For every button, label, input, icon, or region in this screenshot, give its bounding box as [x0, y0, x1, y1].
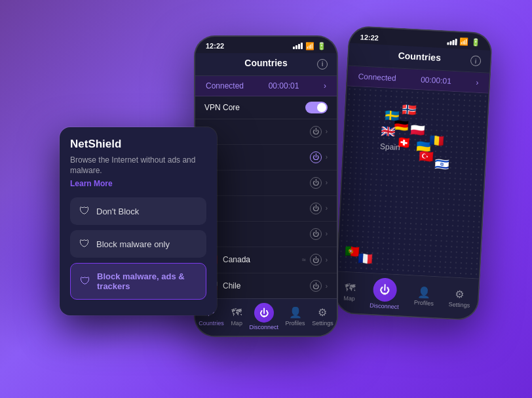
bottom-nav-back: 🗺 Map ⏻ Disconnect 👤 Profiles ⚙ Settings	[335, 271, 479, 319]
flag-pin-gb: 🇬🇧	[381, 124, 396, 139]
netshield-option-dont-block[interactable]: 🛡 Don't Block	[70, 197, 206, 225]
header-title-back: Countries	[398, 50, 441, 62]
status-time-mid: 12:22	[206, 42, 224, 50]
nav-disconnect-back[interactable]: ⏻ Disconnect	[370, 277, 400, 309]
wifi-icon: 📶	[459, 37, 469, 47]
chevron-3: ›	[326, 179, 328, 186]
chile-power[interactable]: ⏻	[310, 280, 322, 292]
option-label-malware-only: Block malware only	[96, 239, 170, 249]
nav-settings-back[interactable]: ⚙ Settings	[448, 287, 470, 308]
learn-more-link[interactable]: Learn More	[70, 179, 206, 188]
info-icon-mid[interactable]: i	[317, 59, 328, 70]
netshield-card: NetShield Browse the Internet without ad…	[60, 127, 217, 316]
disconnect-icon[interactable]: ⏻	[373, 277, 398, 302]
settings-icon: ⚙	[455, 287, 465, 300]
flag-pin-tr: 🇹🇷	[419, 149, 434, 164]
nav-settings-label: Settings	[448, 300, 470, 308]
nav-profiles-label: Profiles	[414, 298, 434, 306]
battery-icon: 🔋	[471, 38, 481, 47]
nav-profiles-mid[interactable]: 👤 Profiles	[286, 306, 305, 327]
netshield-option-block-all[interactable]: 🛡 Block malware, ads & trackers	[70, 263, 206, 300]
nav-disconnect-label-mid: Disconnect	[249, 324, 278, 330]
power-icon-2[interactable]: ⏻	[310, 151, 322, 163]
wifi-icon-mid: 📶	[305, 42, 314, 50]
nav-settings-label-mid: Settings	[312, 320, 333, 327]
canada-power[interactable]: ⏻	[310, 254, 322, 266]
status-time-back: 12:22	[360, 32, 379, 41]
netshield-option-malware-only[interactable]: 🛡 Block malware only	[70, 230, 206, 258]
chile-chevron: ›	[326, 283, 328, 290]
chevron-right-back: ›	[476, 77, 479, 87]
settings-icon-mid: ⚙	[318, 306, 327, 319]
connected-bar-mid[interactable]: Connected 00:00:01 ›	[195, 76, 337, 96]
phones-wrapper: 12:22 📶 🔋 Countries i	[20, 16, 512, 383]
header-mid: Countries i	[195, 53, 337, 76]
map-icon-mid: 🗺	[231, 307, 242, 319]
connected-time-mid: 00:00:01	[269, 81, 299, 90]
power-icon-5[interactable]: ⏻	[310, 228, 322, 240]
chevron-1: ›	[326, 128, 328, 135]
nav-map-label: Map	[343, 294, 355, 302]
power-icon-3[interactable]: ⏻	[310, 177, 322, 189]
shield-icon-block-all: 🛡	[80, 275, 90, 287]
canada-chevron: ›	[326, 256, 328, 264]
battery-icon-mid: 🔋	[317, 42, 326, 50]
phone-back: 12:22 📶 🔋 Countries i	[334, 25, 493, 321]
shield-icon-dont-block: 🛡	[79, 205, 90, 217]
vpn-core-label: VPN Core	[204, 103, 240, 112]
status-bar-mid: 12:22 📶 🔋	[195, 37, 337, 53]
connected-label-back: Connected	[358, 71, 396, 83]
option-label-dont-block: Don't Block	[96, 207, 139, 216]
flag-pin-pl: 🇵🇱	[410, 122, 425, 137]
chile-name: Chile	[223, 281, 310, 290]
netshield-subtitle: Browse the Internet without ads and malw…	[70, 155, 206, 177]
nav-map-back[interactable]: 🗺 Map	[343, 281, 356, 302]
connected-time-back: 00:00:01	[421, 75, 451, 85]
nav-profiles-label-mid: Profiles	[286, 320, 305, 327]
nav-settings-mid[interactable]: ⚙ Settings	[312, 306, 333, 327]
header-title-mid: Countries	[244, 58, 287, 68]
power-icon-1[interactable]: ⏻	[310, 126, 322, 138]
vpn-core-toggle[interactable]	[305, 102, 328, 113]
canada-name: Canada	[223, 255, 302, 264]
flag-pin-ro: 🇷🇴	[429, 133, 444, 148]
nav-profiles-back[interactable]: 👤 Profiles	[414, 285, 435, 306]
chevron-4: ›	[326, 205, 328, 212]
vpn-core-toggle-row[interactable]: VPN Core	[195, 96, 337, 119]
flag-pin-fr: 🇫🇷	[358, 250, 373, 266]
shield-icon-malware-only: 🛡	[79, 238, 90, 250]
signal-icon	[447, 37, 457, 45]
spain-label: Spain	[380, 142, 400, 152]
profiles-icon-mid: 👤	[289, 306, 302, 319]
chevron-2: ›	[326, 153, 328, 161]
canada-signal: ≈	[302, 256, 306, 264]
netshield-title: NetShield	[70, 138, 206, 151]
map-area-back: 🇸🇪 🇳🇴 🇩🇪 🇬🇧 🇵🇱 🇨🇭 🇺🇦 🇷🇴 🇹🇷 🇮🇱 Spain 🇵🇹 🇫…	[337, 86, 488, 278]
disconnect-btn-mid[interactable]: ⏻	[254, 303, 274, 323]
option-label-block-all: Block malware, ads & trackers	[97, 271, 197, 291]
nav-countries-label: Countries	[199, 320, 224, 327]
profiles-icon: 👤	[417, 285, 431, 298]
nav-disconnect-label: Disconnect	[370, 302, 399, 309]
flag-pin-no: 🇳🇴	[401, 102, 416, 117]
flag-pin-de: 🇩🇪	[394, 118, 409, 133]
chevron-5: ›	[326, 230, 328, 237]
signal-icon-mid	[293, 43, 303, 49]
chevron-right-mid: ›	[324, 81, 326, 90]
nav-map-mid[interactable]: 🗺 Map	[231, 307, 242, 327]
flag-pin-il: 🇮🇱	[434, 156, 449, 171]
toggle-knob	[317, 103, 326, 112]
connected-label-mid: Connected	[206, 81, 244, 90]
nav-map-label-mid: Map	[231, 320, 242, 327]
power-icon-4[interactable]: ⏻	[310, 203, 322, 214]
map-icon: 🗺	[344, 281, 355, 294]
nav-disconnect-mid[interactable]: ⏻ Disconnect	[249, 303, 278, 330]
info-icon-back[interactable]: i	[470, 55, 482, 66]
